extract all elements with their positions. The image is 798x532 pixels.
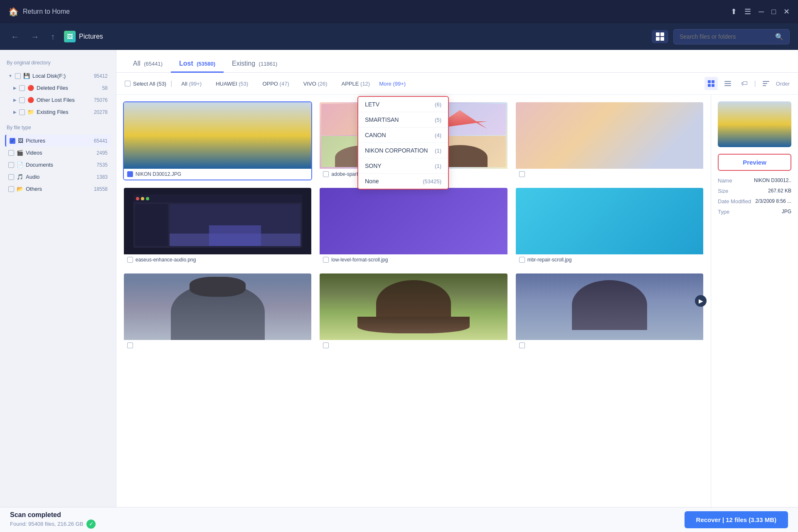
search-icon: 🔍 [775,33,783,41]
dropdown-item-letv[interactable]: LETV (6) [358,97,448,112]
filter-list-button[interactable] [759,77,773,90]
filter-chip-oppo[interactable]: OPPO (47) [257,79,294,89]
deleted-files-count: 58 [102,85,108,91]
image-cell-9[interactable] [515,273,704,352]
sidebar-item-videos[interactable]: 🎬 Videos 2495 [5,147,111,159]
status-info: Scan completed Found: 95408 files, 216.2… [10,511,96,529]
order-label: Order [776,81,790,87]
sidebar-item-local-disk[interactable]: ▼ 💾 Local Disk(F:) 95412 [5,70,111,82]
image-checkbox-1[interactable] [127,171,133,177]
others-count: 18558 [94,186,108,192]
audio-count: 1383 [96,174,108,180]
sidebar-item-other-lost[interactable]: ▶ 🔴 Other Lost Files 75076 [5,94,111,106]
pictures-label: Pictures [26,138,45,144]
videos-checkbox[interactable] [8,150,14,156]
close-icon[interactable]: ✕ [783,7,790,16]
filter-chip-apple[interactable]: APPLE (12) [337,79,375,89]
tab-lost[interactable]: Lost (53580) [171,56,224,73]
expand-icon: ▶ [13,110,17,114]
sidebar-item-documents[interactable]: 📄 Documents 7535 [5,159,111,171]
app-title[interactable]: Return to Home [23,8,70,15]
documents-checkbox[interactable] [8,162,14,168]
sidebar-item-existing-files[interactable]: ▶ 📁 Existing Files 20278 [5,106,111,118]
scan-status-title: Scan completed [10,511,96,519]
image-cell-8[interactable] [319,273,508,352]
others-checkbox[interactable] [8,186,14,192]
pictures-checkbox[interactable]: ✓ [10,138,15,144]
image-checkbox-3[interactable] [519,171,525,177]
image-checkbox-9[interactable] [519,342,525,348]
recover-button[interactable]: Recover | 12 files (3.33 MB) [685,511,788,528]
menu-icon[interactable]: ☰ [744,7,751,16]
filter-chip-huawei[interactable]: HUAWEI (53) [211,79,253,89]
minimize-icon[interactable]: ─ [759,7,764,16]
videos-icon: 🎬 [17,150,23,156]
dropdown-sony-label: SONY [365,163,382,169]
existing-files-icon: 📁 [27,109,34,115]
local-disk-count: 95412 [94,73,108,79]
image-checkbox-6[interactable] [519,257,525,263]
grid-view-toggle[interactable] [652,30,668,43]
local-disk-icon: 💾 [23,73,30,79]
search-input[interactable] [680,33,771,40]
tab-existing[interactable]: Existing (11861) [224,56,286,73]
image-checkbox-8[interactable] [323,342,329,348]
select-all-checkbox[interactable] [125,81,131,86]
dropdown-item-sony[interactable]: SONY (1) [358,158,448,174]
pictures-count: 65441 [94,138,108,144]
preview-button[interactable]: Preview [718,154,791,171]
image-cell-1[interactable]: NIKON D30012.JPG [123,101,312,180]
scroll-right-arrow[interactable]: ▶ [695,295,707,307]
filter-chip-vivo[interactable]: VIVO (26) [298,79,332,89]
sidebar-item-others[interactable]: 📂 Others 18558 [5,183,111,195]
image-cell-7[interactable] [123,273,312,352]
dropdown-canon-count: (4) [435,132,441,138]
image-cell-6[interactable]: mbr-repair-scroll.jpg [515,187,704,266]
sidebar-item-audio[interactable]: 🎵 Audio 1383 [5,171,111,183]
sidebar-item-pictures[interactable]: ✓ 🖼 Pictures 65441 [5,135,111,147]
filter-more-button[interactable]: More (99+) [379,81,406,87]
image-checkbox-2[interactable] [323,171,329,177]
existing-files-count: 20278 [94,109,108,115]
select-all-area[interactable]: Select All (53) [125,81,166,87]
maximize-icon[interactable]: □ [771,7,776,16]
expand-icon: ▶ [13,86,17,90]
filter-bar: Select All (53) | All (99+) HUAWEI (53) … [116,73,798,95]
file-info-size-row: Size 267.62 KB [718,188,791,194]
other-lost-label: Other Lost Files [37,97,75,103]
image-cell-4[interactable]: easeus-enhance-audio.png [123,187,312,266]
dropdown-item-none[interactable]: None (53425) [358,174,448,189]
other-lost-checkbox[interactable] [19,97,25,103]
share-icon[interactable]: ⬆ [731,7,737,16]
dropdown-none-count: (53425) [423,178,441,185]
list-view-button[interactable] [721,77,734,90]
content-with-panel: NIKON D30012.JPG adobe-spark.png [116,95,798,507]
dropdown-item-smartisan[interactable]: SMARTISAN (5) [358,112,448,128]
deleted-files-checkbox[interactable] [19,85,25,91]
forward-button[interactable]: → [28,30,42,44]
image-checkbox-4[interactable] [127,257,133,263]
back-button[interactable]: ← [8,30,22,44]
local-disk-checkbox[interactable] [15,73,21,79]
dropdown-item-canon[interactable]: CANON (4) [358,128,448,143]
order-button[interactable]: Order [776,81,790,87]
audio-checkbox[interactable] [8,174,14,180]
other-lost-count: 75076 [94,97,108,103]
image-cell-3[interactable] [515,101,704,180]
select-all-label: Select All (53) [133,81,166,87]
existing-files-checkbox[interactable] [19,109,25,115]
image-checkbox-7[interactable] [127,342,133,348]
up-button[interactable]: ↑ [48,30,57,44]
sidebar-item-deleted-files[interactable]: ▶ 🔴 Deleted Files 58 [5,82,111,94]
filter-divider: | [170,80,172,87]
dropdown-letv-label: LETV [365,101,379,108]
image-checkbox-5[interactable] [323,257,329,263]
tab-all[interactable]: All (65441) [125,56,171,73]
search-bar[interactable]: 🔍 [673,29,790,44]
tag-view-button[interactable]: 🏷 [738,77,751,90]
filter-chip-all[interactable]: All (99+) [176,79,207,89]
dropdown-item-nikon[interactable]: NIKON CORPORATION (1) [358,143,448,158]
image-cell-5[interactable]: low-level-format-scroll.jpg [319,187,508,266]
navbar-left: ← → ↑ 🖼 Pictures [8,30,103,44]
grid-view-button[interactable] [704,77,718,90]
